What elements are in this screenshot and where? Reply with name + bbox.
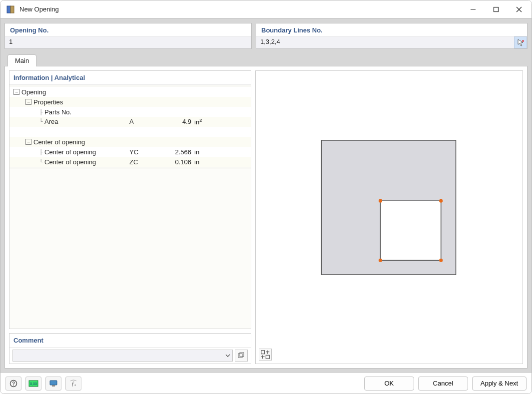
svg-rect-12: [381, 201, 441, 260]
svg-rect-10: [240, 353, 244, 357]
window-title: New Opening: [19, 5, 462, 13]
svg-rect-3: [494, 7, 499, 11]
property-tree: −Opening −Properties ├Parts No. └ Area: [9, 85, 251, 169]
info-header: Information | Analytical: [9, 71, 251, 85]
cancel-button[interactable]: Cancel: [418, 377, 468, 391]
collapse-icon[interactable]: −: [13, 89, 19, 95]
svg-point-16: [439, 259, 443, 262]
svg-rect-1: [10, 6, 14, 13]
tree-center-z[interactable]: └ Center of opening ZC 0.106 in: [9, 157, 251, 167]
maximize-button[interactable]: [485, 1, 508, 18]
opening-no-field[interactable]: 1: [5, 36, 251, 48]
dialog-content: Opening No. 1 Boundary Lines No. 1,3,2,4…: [0, 18, 532, 373]
pick-lines-button[interactable]: [514, 36, 527, 48]
preview-settings-button[interactable]: [259, 349, 272, 361]
chevron-down-icon: [225, 354, 230, 357]
formula-button[interactable]: fx: [65, 377, 81, 391]
svg-text:0,00: 0,00: [30, 382, 37, 386]
dialog-window: New Opening Opening No. 1 Boundary Lines…: [0, 0, 532, 394]
svg-rect-18: [266, 355, 269, 359]
svg-point-14: [439, 199, 443, 203]
display-button[interactable]: [45, 377, 61, 391]
svg-rect-17: [261, 351, 265, 354]
tree-center-header[interactable]: −Center of opening: [9, 137, 251, 147]
info-panel: Information | Analytical −Opening −Prope…: [9, 70, 251, 329]
close-button[interactable]: [508, 1, 531, 18]
svg-text:?: ?: [12, 381, 15, 387]
app-icon: [6, 5, 15, 14]
tree-center-y[interactable]: ├ Center of opening YC 2.566 in: [9, 147, 251, 157]
tree-properties[interactable]: −Properties: [9, 97, 251, 107]
tab-main[interactable]: Main: [7, 54, 36, 66]
units-button[interactable]: 0,00: [25, 377, 41, 391]
collapse-icon[interactable]: −: [25, 139, 31, 145]
titlebar: New Opening: [0, 0, 532, 18]
comment-library-button[interactable]: [235, 350, 248, 362]
help-button[interactable]: ?: [5, 377, 21, 391]
boundary-lines-field[interactable]: 1,3,2,4: [256, 36, 514, 48]
opening-no-header: Opening No.: [5, 23, 251, 36]
svg-point-15: [379, 259, 382, 262]
opening-no-panel: Opening No. 1: [4, 23, 252, 49]
tabstrip: Main: [4, 53, 528, 66]
comment-panel: Comment: [9, 333, 251, 364]
boundary-lines-header: Boundary Lines No.: [256, 23, 527, 36]
collapse-icon[interactable]: −: [25, 99, 31, 105]
apply-next-button[interactable]: Apply & Next: [472, 377, 527, 391]
ok-button[interactable]: OK: [364, 377, 414, 391]
svg-text:x: x: [74, 383, 76, 387]
tree-spacer: [9, 127, 251, 137]
minimize-button[interactable]: [462, 1, 485, 18]
comment-header: Comment: [9, 334, 251, 348]
tree-opening[interactable]: −Opening: [9, 87, 251, 97]
svg-rect-24: [52, 385, 55, 387]
tab-main-body: Information | Analytical −Opening −Prope…: [4, 66, 528, 369]
svg-rect-9: [238, 354, 242, 358]
tree-parts-no[interactable]: ├Parts No.: [9, 107, 251, 117]
preview-drawing: [256, 71, 523, 364]
svg-rect-23: [50, 381, 57, 385]
preview-pane: [255, 70, 523, 364]
dialog-footer: ? 0,00 fx OK Cancel Apply & Next: [0, 373, 532, 394]
boundary-lines-panel: Boundary Lines No. 1,3,2,4: [256, 23, 528, 49]
svg-point-13: [379, 199, 382, 203]
comment-combo[interactable]: [12, 350, 233, 362]
tree-area[interactable]: └ Area A 4.9 in2: [9, 117, 251, 127]
svg-rect-0: [7, 6, 10, 13]
